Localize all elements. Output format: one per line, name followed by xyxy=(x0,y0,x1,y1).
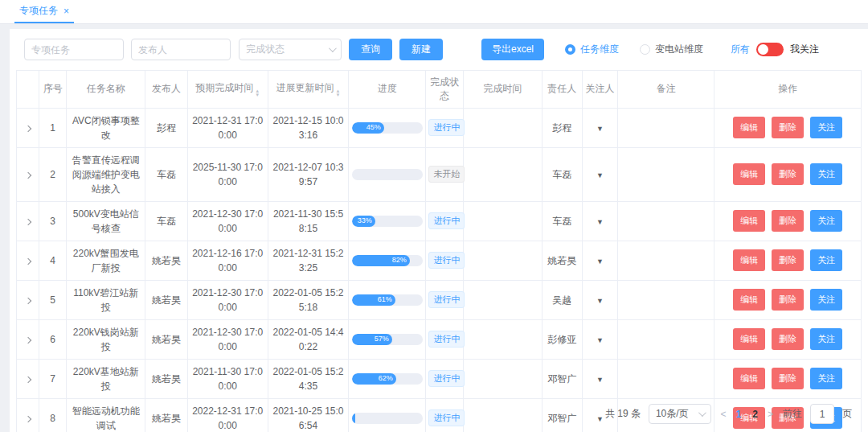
page-1-button[interactable]: 1 xyxy=(736,409,742,420)
delete-button[interactable]: 删除 xyxy=(772,368,804,389)
expand-row-icon[interactable] xyxy=(24,336,31,343)
edit-button[interactable]: 编辑 xyxy=(733,368,765,389)
delete-button[interactable]: 删除 xyxy=(772,328,804,350)
table-row: 4220kV蟹围发电厂新投姚若昊2021-12-16 17:00:002021-… xyxy=(17,241,862,280)
expand-row-icon[interactable] xyxy=(24,257,31,264)
progress-fill: 57% xyxy=(352,334,392,345)
watcher-dropdown-icon[interactable]: ▼ xyxy=(596,415,604,423)
expand-row-icon[interactable] xyxy=(24,171,31,178)
due-time: 2022-12-31 17:00:00 xyxy=(187,398,268,432)
due-time: 2021-11-30 17:00:00 xyxy=(187,359,268,398)
follow-button[interactable]: 关注 xyxy=(810,249,842,271)
watcher-dropdown-icon[interactable]: ▼ xyxy=(596,218,604,226)
create-button[interactable]: 新建 xyxy=(399,39,443,60)
table-row: 6220kV钱岗站新投姚若昊2021-12-30 17:00:002022-01… xyxy=(17,319,862,359)
status-cell: 进行中 xyxy=(426,241,463,280)
update-time: 2021-12-31 15:23:25 xyxy=(268,241,348,280)
watcher-dropdown-icon[interactable]: ▼ xyxy=(596,297,604,305)
edit-button[interactable]: 编辑 xyxy=(733,210,765,232)
page-2-button[interactable]: 2 xyxy=(752,409,758,420)
publisher-input[interactable] xyxy=(131,39,231,60)
watcher-dropdown-icon[interactable]: ▼ xyxy=(596,336,604,344)
status-select[interactable]: 完成状态 xyxy=(239,39,342,60)
task-name: 告警直传远程调阅源端维护变电站接入 xyxy=(67,147,145,201)
delete-button[interactable]: 删除 xyxy=(772,249,804,271)
all-label[interactable]: 所有 xyxy=(731,43,750,56)
col-header-expand xyxy=(17,71,39,109)
delete-button[interactable]: 删除 xyxy=(772,117,804,138)
follow-button[interactable]: 关注 xyxy=(810,289,842,311)
follow-button[interactable]: 关注 xyxy=(810,117,842,138)
finish-time xyxy=(463,201,542,241)
task-name: 智能远动机功能调试 xyxy=(67,398,145,432)
expand-row-icon[interactable] xyxy=(24,218,31,224)
export-excel-button[interactable]: 导出excel xyxy=(481,39,544,60)
goto-page-input[interactable] xyxy=(810,404,834,424)
delete-button[interactable]: 删除 xyxy=(772,210,804,232)
delete-button[interactable]: 删除 xyxy=(772,289,804,311)
edit-button[interactable]: 编辑 xyxy=(733,117,765,138)
owner: 吴越 xyxy=(542,280,582,319)
next-page-button[interactable]: > xyxy=(766,409,775,420)
task-name: 110kV碧江站新投 xyxy=(67,280,145,319)
sort-icon[interactable]: ▲▼ xyxy=(255,89,260,97)
follow-button[interactable]: 关注 xyxy=(810,368,842,389)
status-badge: 进行中 xyxy=(428,119,465,136)
radio-station-dimension[interactable]: 变电站维度 xyxy=(640,43,703,56)
expand-row-icon[interactable] xyxy=(24,297,31,303)
tab-special-tasks[interactable]: 专项任务 × xyxy=(14,0,74,23)
tab-close-icon[interactable]: × xyxy=(63,6,69,16)
watcher-dropdown-icon[interactable]: ▼ xyxy=(596,171,604,179)
edit-button[interactable]: 编辑 xyxy=(733,249,765,271)
delete-button[interactable]: 删除 xyxy=(772,163,804,185)
expand-row-icon[interactable] xyxy=(24,415,31,422)
publisher: 车磊 xyxy=(145,147,187,201)
col-header-owner: 责任人 xyxy=(542,71,582,109)
page-size-select[interactable]: 10条/页 xyxy=(649,404,711,424)
progress-bar: 45% xyxy=(352,122,423,134)
col-header-remark: 备注 xyxy=(618,71,714,109)
update-time: 2021-11-30 15:58:15 xyxy=(268,201,348,241)
progress-fill: 82% xyxy=(352,255,410,266)
col-header-updated[interactable]: 进展更新时间▲▼ xyxy=(268,71,348,109)
expand-cell xyxy=(17,280,39,319)
follow-toggle[interactable] xyxy=(756,43,784,56)
table-row: 7220kV基地站新投姚若昊2021-11-30 17:00:002022-01… xyxy=(17,359,862,398)
expand-row-icon[interactable] xyxy=(24,125,31,131)
watcher-cell: ▼ xyxy=(582,280,617,319)
radio-task-dimension[interactable]: 任务维度 xyxy=(565,43,619,56)
watcher-dropdown-icon[interactable]: ▼ xyxy=(596,257,604,265)
edit-button[interactable]: 编辑 xyxy=(733,289,765,311)
owner: 邓智广 xyxy=(542,398,582,432)
follow-button[interactable]: 关注 xyxy=(810,210,842,232)
owner: 邓智广 xyxy=(542,359,582,398)
remark xyxy=(618,201,714,241)
remark xyxy=(618,147,714,201)
query-button[interactable]: 查询 xyxy=(349,39,392,60)
progress-fill xyxy=(352,413,355,424)
expand-row-icon[interactable] xyxy=(24,376,31,382)
watcher-dropdown-icon[interactable]: ▼ xyxy=(596,125,604,133)
sort-icon[interactable]: ▲▼ xyxy=(336,89,341,97)
col-header-due[interactable]: 预期完成时间▲▼ xyxy=(187,71,268,109)
edit-button[interactable]: 编辑 xyxy=(733,328,765,350)
task-name: 220kV基地站新投 xyxy=(67,359,145,398)
update-time: 2022-01-05 15:25:18 xyxy=(268,280,348,319)
publisher: 车磊 xyxy=(145,201,187,241)
owner: 彭程 xyxy=(542,108,582,147)
edit-button[interactable]: 编辑 xyxy=(733,163,765,185)
watcher-dropdown-icon[interactable]: ▼ xyxy=(596,376,604,384)
due-time: 2025-11-30 17:00:00 xyxy=(187,147,268,201)
due-time: 2021-12-30 17:00:00 xyxy=(187,280,268,319)
table-row: 3500kV变电站信号核查车磊2021-12-30 17:00:002021-1… xyxy=(17,201,862,241)
follow-button[interactable]: 关注 xyxy=(810,163,842,185)
col-header-no: 序号 xyxy=(39,71,67,109)
publisher: 姚若昊 xyxy=(145,319,187,359)
col-header-finished: 完成时间 xyxy=(463,71,542,109)
follow-button[interactable]: 关注 xyxy=(810,328,842,350)
row-number: 3 xyxy=(39,201,67,241)
prev-page-button[interactable]: < xyxy=(719,409,728,420)
progress-bar: 82% xyxy=(352,255,423,266)
task-name-input[interactable] xyxy=(24,39,124,60)
progress-bar: 62% xyxy=(352,373,423,385)
